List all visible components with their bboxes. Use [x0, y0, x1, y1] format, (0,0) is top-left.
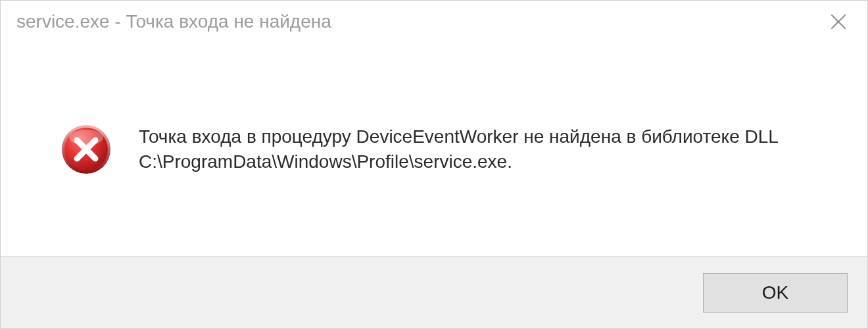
error-icon	[60, 123, 112, 176]
dialog-title: service.exe - Точка входа не найдена	[16, 11, 331, 32]
close-button[interactable]	[823, 6, 854, 38]
button-bar: OK	[1, 256, 867, 328]
titlebar: service.exe - Точка входа не найдена	[1, 1, 867, 43]
dialog-content: Точка входа в процедуру DeviceEventWorke…	[1, 43, 867, 256]
svg-point-4	[69, 130, 103, 145]
ok-button[interactable]: OK	[703, 273, 848, 313]
error-dialog: service.exe - Точка входа не найдена	[0, 0, 868, 329]
close-icon	[828, 11, 849, 32]
error-message: Точка входа в процедуру DeviceEventWorke…	[139, 124, 828, 174]
